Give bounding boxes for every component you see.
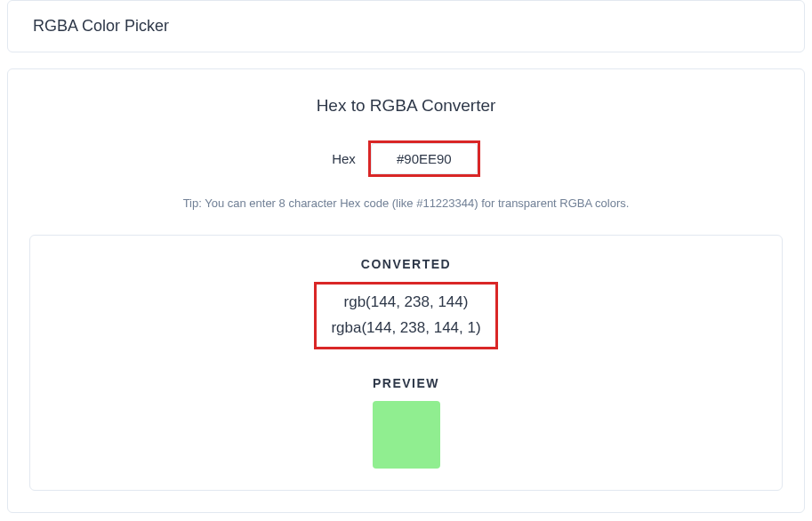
section-title: Hex to RGBA Converter: [29, 96, 783, 116]
header-card: RGBA Color Picker: [7, 0, 805, 52]
preview-swatch: [373, 401, 440, 469]
result-card: CONVERTED rgb(144, 238, 144) rgba(144, 2…: [29, 235, 783, 491]
hex-input-highlight: [368, 140, 480, 177]
converted-heading: CONVERTED: [52, 257, 760, 271]
rgb-value: rgb(144, 238, 144): [331, 290, 480, 316]
hex-input[interactable]: [371, 143, 478, 174]
converter-card: Hex to RGBA Converter Hex Tip: You can e…: [7, 68, 805, 513]
hex-label: Hex: [332, 151, 356, 166]
preview-heading: PREVIEW: [52, 376, 760, 390]
tip-text: Tip: You can enter 8 character Hex code …: [29, 196, 783, 210]
page-title: RGBA Color Picker: [33, 17, 779, 36]
converted-highlight: rgb(144, 238, 144) rgba(144, 238, 144, 1…: [314, 282, 497, 349]
hex-input-row: Hex: [29, 140, 783, 177]
rgba-value: rgba(144, 238, 144, 1): [331, 316, 480, 341]
